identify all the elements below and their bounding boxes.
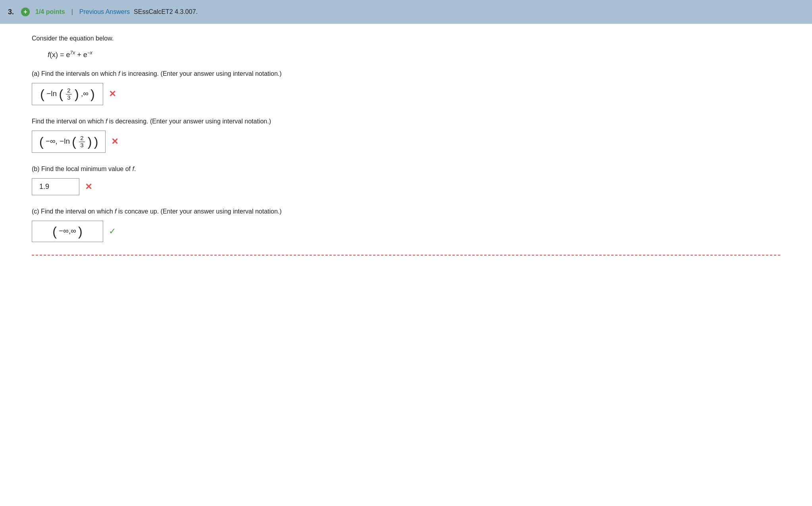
question-number: 3. xyxy=(8,8,14,16)
bottom-dashed-border xyxy=(32,255,780,256)
left-paren-dec: ( xyxy=(39,135,44,149)
answer-box-increasing[interactable]: ( −ln ( 2 3 ) ,∞ ) xyxy=(32,83,103,105)
intro-text: Consider the equation below. xyxy=(32,35,780,42)
equation-text: f(x) = e7x + e−x xyxy=(48,51,92,59)
left-paren: ( xyxy=(40,87,44,101)
part-a-decreasing-question: Find the interval on which f is decreasi… xyxy=(32,118,780,125)
left-inner-paren-dec: ( xyxy=(72,135,76,149)
fraction-denominator: 3 xyxy=(66,94,71,101)
answer-row-decreasing: ( −∞, −ln ( 2 3 ) ) ✕ xyxy=(32,131,780,153)
right-paren-dec: ) xyxy=(94,135,98,149)
answer-box-min[interactable]: 1.9 xyxy=(32,178,79,195)
answer-row-min: 1.9 ✕ xyxy=(32,178,780,195)
separator: | xyxy=(71,8,73,15)
wrong-icon-increasing: ✕ xyxy=(109,89,116,99)
answer-row-concave: ( −∞,∞ ) ✓ xyxy=(32,221,780,242)
answer-row-increasing: ( −ln ( 2 3 ) ,∞ ) ✕ xyxy=(32,83,780,105)
fraction-numerator: 2 xyxy=(66,87,71,94)
answer-decreasing-content: ( −∞, −ln ( 2 3 ) ) xyxy=(39,135,98,148)
points-text: 1/4 points xyxy=(35,8,65,15)
answer-concave-content: ( −∞,∞ ) xyxy=(52,225,82,238)
correct-icon-concave: ✓ xyxy=(109,226,116,237)
part-a-increasing-question: (a) Find the intervals on which f is inc… xyxy=(32,70,780,77)
part-c-question: (c) Find the interval on which f is conc… xyxy=(32,208,780,215)
left-paren-conc: ( xyxy=(52,224,57,239)
fraction-2-3: 2 3 xyxy=(66,87,71,101)
plus-circle-icon: + xyxy=(21,8,30,16)
problem-code: SEssCalcET2 4.3.007. xyxy=(134,8,198,15)
part-b-question: (b) Find the local minimum value of f. xyxy=(32,165,780,173)
fraction-2-3-dec: 2 3 xyxy=(79,135,85,148)
right-inner-paren-dec: ) xyxy=(88,135,92,149)
previous-answers-link[interactable]: Previous Answers xyxy=(79,8,130,15)
wrong-icon-decreasing: ✕ xyxy=(111,137,118,147)
right-inner-paren: ) xyxy=(75,87,79,101)
answer-increasing-content: ( −ln ( 2 3 ) ,∞ ) xyxy=(40,87,94,101)
right-paren-conc: ) xyxy=(78,224,83,239)
answer-min-value: 1.9 xyxy=(39,183,49,191)
fraction-numerator-dec: 2 xyxy=(79,135,85,142)
left-inner-paren: ( xyxy=(59,87,63,101)
answer-box-decreasing[interactable]: ( −∞, −ln ( 2 3 ) ) xyxy=(32,131,106,153)
main-content: Consider the equation below. f(x) = e7x … xyxy=(0,24,812,267)
header-bar: 3. + 1/4 points | Previous Answers SEssC… xyxy=(0,0,812,24)
right-paren: ) xyxy=(90,87,95,101)
fraction-denominator-dec: 3 xyxy=(79,142,85,149)
answer-box-concave[interactable]: ( −∞,∞ ) xyxy=(32,221,103,242)
wrong-icon-min: ✕ xyxy=(85,182,92,192)
equation: f(x) = e7x + e−x xyxy=(48,50,780,59)
